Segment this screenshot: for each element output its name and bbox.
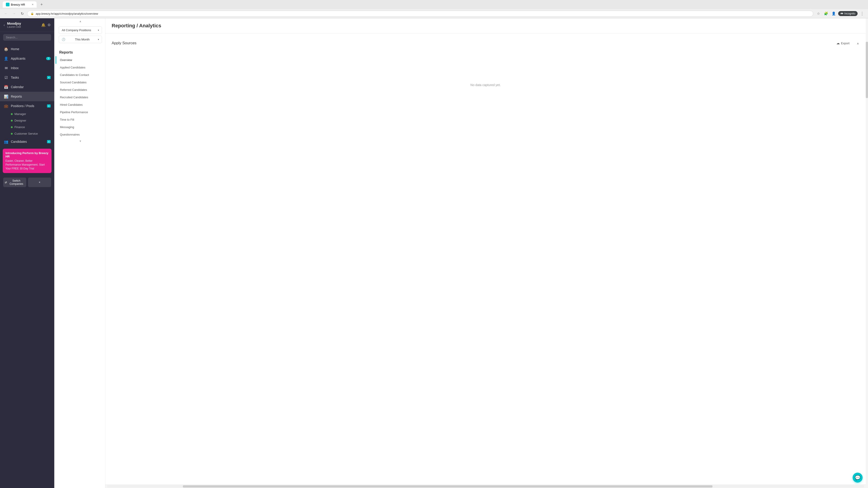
- profile-button[interactable]: 👤: [831, 10, 837, 17]
- sidebar-subitem-customer-service[interactable]: Customer Service: [0, 130, 54, 137]
- content-body: Apply Sources ☁ Export ▲ No data capture…: [105, 33, 866, 485]
- sidebar-item-applicants-label: Applicants: [11, 57, 44, 60]
- reports-nav-item-applied[interactable]: Applied Candidates: [56, 64, 105, 71]
- back-button[interactable]: ←: [3, 10, 9, 17]
- reports-nav-item-overview[interactable]: Overview: [56, 56, 105, 64]
- sidebar-item-applicants[interactable]: 👤 Applicants 7: [0, 54, 54, 63]
- incognito-badge: 🕶 Incognito: [838, 11, 858, 16]
- main-content: ▲ All Company Positions ▾ 🕐 This Month ▾…: [56, 18, 868, 488]
- chat-widget-button[interactable]: 💬: [852, 473, 863, 483]
- page-title: Reporting / Analytics: [112, 23, 860, 29]
- reports-nav-item-recruited[interactable]: Recruited Candidates: [56, 94, 105, 101]
- lock-icon: 🔒: [31, 12, 34, 15]
- scroll-up-icon: ▲: [79, 20, 82, 23]
- promo-title: Introducing Perform by Breezy HR: [5, 151, 49, 158]
- content-scrollbar-thumb: [866, 42, 868, 98]
- collapse-icon[interactable]: ▲: [856, 41, 860, 45]
- manager-dot: [11, 113, 13, 115]
- sidebar-item-calendar[interactable]: 📅 Calendar: [0, 82, 54, 92]
- reports-icon: 📊: [4, 94, 8, 99]
- content-area: Reporting / Analytics Apply Sources ☁ Ex…: [105, 18, 866, 488]
- candidates-icon: 👥: [4, 139, 8, 144]
- sidebar-item-home-label: Home: [11, 47, 51, 51]
- settings-gear-icon[interactable]: ⚙: [48, 23, 51, 27]
- position-filter-chevron-icon: ▾: [98, 29, 99, 31]
- browser-tab[interactable]: Breezy HR ×: [3, 1, 37, 8]
- applicants-badge: 7: [46, 57, 51, 60]
- home-icon: 🏠: [4, 46, 8, 52]
- scroll-down-indicator: ▼: [56, 138, 105, 144]
- time-filter-chevron-icon: ▾: [98, 38, 99, 41]
- manager-label: Manager: [14, 112, 26, 116]
- switch-companies-icon: ⇄: [5, 181, 7, 184]
- export-button[interactable]: ☁ Export: [834, 40, 852, 46]
- sidebar-subitem-manager[interactable]: Manager: [0, 111, 54, 117]
- bookmark-button[interactable]: ☆: [815, 10, 822, 17]
- sidebar-subitem-designer[interactable]: Designer: [0, 117, 54, 124]
- sidebar-subitem-finance[interactable]: Finance: [0, 124, 54, 130]
- sidebar-item-inbox[interactable]: ✉ Inbox: [0, 63, 54, 73]
- reports-nav-item-pipeline[interactable]: Pipeline Performance: [56, 108, 105, 116]
- app-container: ‹ Moodjoy Lauren Dell 🔔 ⚙ 🏠 Home 👤 Appli…: [0, 18, 868, 488]
- applicants-icon: 👤: [4, 56, 8, 61]
- reports-nav-item-referred[interactable]: Referred Candidates: [56, 86, 105, 94]
- sidebar-back-button[interactable]: ‹: [4, 23, 5, 27]
- reports-nav-item-contact[interactable]: Candidates to Contact: [56, 71, 105, 78]
- content-scrollbar[interactable]: [866, 18, 868, 488]
- refresh-button[interactable]: ↻: [19, 10, 25, 17]
- tab-close-button[interactable]: ×: [32, 3, 33, 6]
- sidebar: ‹ Moodjoy Lauren Dell 🔔 ⚙ 🏠 Home 👤 Appli…: [0, 18, 54, 488]
- positions-icon: 💼: [4, 103, 8, 108]
- sidebar-header: ‹ Moodjoy Lauren Dell 🔔 ⚙: [0, 18, 54, 32]
- switch-companies-button[interactable]: ⇄ Switch Companies: [3, 177, 26, 187]
- inbox-icon: ✉: [4, 66, 8, 70]
- sidebar-item-positions[interactable]: 💼 Positions / Pools +: [0, 101, 54, 111]
- reports-nav-item-messaging[interactable]: Messaging: [56, 123, 105, 131]
- notification-bell-icon[interactable]: 🔔: [41, 23, 46, 27]
- reports-subnav-scrollable: ▲ All Company Positions ▾ 🕐 This Month ▾…: [56, 18, 105, 488]
- time-filter-label: This Month: [75, 38, 90, 41]
- time-filter-dropdown[interactable]: 🕐 This Month ▾: [59, 36, 102, 43]
- reports-nav-item-hired[interactable]: Hired Candidates: [56, 101, 105, 108]
- reports-nav-item-sourced[interactable]: Sourced Candidates: [56, 78, 105, 86]
- chat-icon: 💬: [855, 475, 861, 480]
- finance-dot: [11, 126, 13, 128]
- finance-label: Finance: [14, 125, 25, 129]
- designer-label: Designer: [14, 119, 26, 122]
- reports-nav-item-timetofill[interactable]: Time to Fill: [56, 116, 105, 123]
- position-filter-label: All Company Positions: [62, 29, 91, 32]
- sidebar-item-tasks[interactable]: ☑ Tasks +: [0, 73, 54, 82]
- sidebar-item-reports[interactable]: 📊 Reports: [0, 92, 54, 101]
- browser-nav-actions: ☆ 🧩 👤 🕶 Incognito ⋮: [815, 10, 865, 17]
- export-label: Export: [841, 41, 850, 45]
- positions-badge: +: [47, 104, 51, 107]
- customer-service-label: Customer Service: [14, 132, 38, 135]
- bottom-scrollbar[interactable]: [107, 485, 864, 488]
- reports-nav-item-questionnaires[interactable]: Questionnaires: [56, 131, 105, 138]
- address-bar[interactable]: 🔒 app.breezy.hr/app/c/moodjoy/analytics/…: [27, 11, 813, 17]
- browser-menu-button[interactable]: ⋮: [859, 10, 865, 17]
- sidebar-brand-user: Lauren Dell: [7, 25, 39, 29]
- sidebar-close-button[interactable]: ×: [28, 177, 51, 187]
- url-text: app.breezy.hr/app/c/moodjoy/analytics/ov…: [36, 12, 98, 15]
- reports-nav-list: Overview Applied Candidates Candidates t…: [56, 56, 105, 138]
- sidebar-item-reports-label: Reports: [11, 95, 51, 98]
- position-filter-dropdown[interactable]: All Company Positions ▾: [59, 26, 102, 34]
- section-title: Apply Sources: [112, 41, 136, 45]
- calendar-icon: 📅: [4, 85, 8, 90]
- browser-nav-bar: ← → ↻ 🔒 app.breezy.hr/app/c/moodjoy/anal…: [0, 9, 868, 18]
- sidebar-item-candidates[interactable]: 👥 Candidates +: [0, 137, 54, 147]
- content-body-header: Apply Sources ☁ Export ▲: [112, 40, 860, 46]
- sidebar-item-home[interactable]: 🏠 Home: [0, 44, 54, 54]
- incognito-icon: 🕶: [840, 12, 843, 15]
- search-input[interactable]: [3, 34, 51, 41]
- extensions-button[interactable]: 🧩: [823, 10, 829, 17]
- candidates-badge: +: [47, 140, 51, 143]
- bottom-scrollbar-thumb: [183, 485, 713, 488]
- forward-button[interactable]: →: [11, 10, 17, 17]
- positions-sub-items: Manager Designer Finance Customer Servic…: [0, 111, 54, 137]
- new-tab-button[interactable]: +: [38, 1, 45, 8]
- customer-service-dot: [11, 133, 13, 135]
- sidebar-nav: 🏠 Home 👤 Applicants 7 ✉ Inbox ☑ Tasks + …: [0, 43, 54, 488]
- sidebar-item-tasks-label: Tasks: [11, 76, 45, 79]
